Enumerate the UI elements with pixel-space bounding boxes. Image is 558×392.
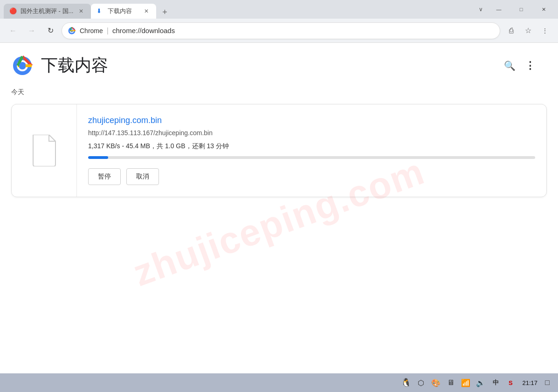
page-title: 下载内容 [41, 54, 500, 77]
more-options-button[interactable]: ⋮ [521, 56, 539, 75]
address-separator: | [107, 27, 109, 35]
search-button[interactable]: 🔍 [500, 56, 519, 75]
tab-2-close[interactable]: ✕ [142, 7, 151, 15]
header-actions: 🔍 ⋮ [500, 56, 539, 75]
svg-point-6 [19, 62, 26, 69]
new-tab-button[interactable]: + [158, 6, 171, 19]
download-icon-area [12, 104, 77, 197]
window-controls: ∨ — □ ✕ [474, 0, 554, 19]
taskbar-wifi-icon[interactable]: 📶 [461, 378, 471, 388]
chrome-favicon [68, 27, 76, 35]
download-filename[interactable]: zhujiceping.com.bin [88, 116, 535, 125]
cancel-button[interactable]: 取消 [126, 168, 159, 185]
tab-search-icon[interactable]: ∨ [474, 3, 487, 16]
extensions-menu-button[interactable]: ⋮ [537, 23, 552, 38]
downloads-header: 下载内容 🔍 ⋮ [0, 43, 558, 84]
taskbar-volume-icon[interactable]: 🔊 [475, 378, 486, 388]
toolbar-icons: ⎙ ☆ ⋮ [504, 23, 552, 38]
bookmark-button[interactable]: ☆ [521, 23, 536, 38]
tab-1-close[interactable]: ✕ [77, 7, 85, 15]
download-speed: 1,317 KB/s - 45.4 MB，共 1.0 GB，还剩 13 分钟 [88, 142, 535, 151]
taskbar-notification-button[interactable]: □ [542, 378, 552, 388]
progress-bar-container [88, 156, 535, 159]
share-button[interactable]: ⎙ [504, 23, 519, 38]
taskbar-figma-icon[interactable]: 🎨 [431, 378, 441, 388]
minimize-button[interactable]: — [488, 0, 510, 19]
title-bar: 🔴 国外主机测评 - 国... ✕ ⬇ 下载内容 ✕ + ∨ — □ ✕ [0, 0, 558, 19]
file-icon [31, 135, 57, 166]
forward-button[interactable]: → [24, 23, 39, 38]
progress-bar-fill [88, 156, 108, 159]
pause-button[interactable]: 暂停 [88, 168, 121, 185]
toolbar: ← → ↻ Chrome | chrome://downloads ⎙ ☆ ⋮ [0, 19, 558, 43]
back-button[interactable]: ← [6, 23, 21, 38]
section-label: 今天 [0, 84, 558, 100]
taskbar: 🐧 ⬡ 🎨 🖥 📶 🔊 中 S 21:17 □ [0, 373, 558, 392]
download-item: zhujiceping.com.bin http://147.135.113.1… [11, 104, 547, 197]
taskbar-ime-icon[interactable]: 中 [490, 378, 501, 388]
taskbar-wps-icon[interactable]: S [505, 378, 516, 388]
taskbar-display-icon[interactable]: 🖥 [446, 378, 456, 388]
site-name: Chrome [80, 27, 103, 34]
download-url: http://147.135.113.167/zhujiceping.com.b… [88, 129, 535, 137]
taskbar-time: 21:17 [522, 379, 537, 386]
download-actions: 暂停 取消 [88, 168, 535, 185]
close-button[interactable]: ✕ [533, 0, 554, 19]
download-details: zhujiceping.com.bin http://147.135.113.1… [77, 104, 546, 197]
address-url: chrome://downloads [112, 27, 175, 34]
tab-2[interactable]: ⬇ 下载内容 ✕ [91, 4, 156, 19]
tab-1-favicon: 🔴 [9, 7, 17, 15]
taskbar-qq-icon[interactable]: 🐧 [401, 378, 411, 388]
tab-2-favicon: ⬇ [96, 7, 104, 15]
taskbar-bluetooth-icon[interactable]: ⬡ [416, 378, 426, 388]
address-bar[interactable]: Chrome | chrome://downloads [62, 22, 500, 39]
maximize-button[interactable]: □ [510, 0, 532, 19]
tab-1[interactable]: 🔴 国外主机测评 - 国... ✕ [4, 4, 91, 19]
tab-2-title: 下载内容 [108, 7, 138, 15]
reload-button[interactable]: ↻ [43, 23, 58, 38]
chrome-logo [11, 55, 34, 77]
tab-group: 🔴 国外主机测评 - 国... ✕ ⬇ 下载内容 ✕ + [4, 0, 472, 19]
tab-1-title: 国外主机测评 - 国... [21, 7, 73, 15]
page-content: zhujiceping.com 下载内容 🔍 ⋮ 今天 [0, 43, 558, 373]
